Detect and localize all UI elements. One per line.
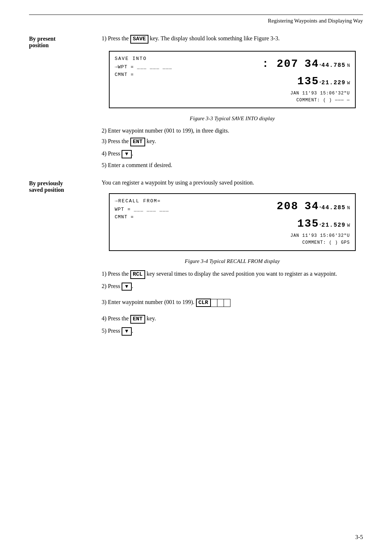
display1-save-label: SAVE INTO	[115, 55, 195, 63]
display-box-2: →RECALL FROM= WPT = ___ ___ ___ CMNT = 2…	[109, 193, 356, 251]
display2-coord2: 135°21.529 W	[195, 215, 350, 232]
display1-left: SAVE INTO →WPT = ___ ___ ___ CMNT =	[115, 55, 195, 104]
display2-wpt-line: WPT = ___ ___ ___	[115, 206, 195, 214]
display1-coord2-dir: W	[347, 80, 350, 87]
display1-coord1-num: 34	[305, 55, 319, 73]
display2-left: →RECALL FROM= WPT = ___ ___ ___ CMNT =	[115, 198, 195, 246]
section1-step2: 2) Enter waypoint number (001 to 199), i…	[102, 127, 363, 134]
display1-coord1-dir: N	[347, 62, 350, 70]
down-arrow-1: ▼	[122, 150, 132, 158]
clr-box-1	[211, 299, 217, 307]
section1-step1-after: key. The display should look something l…	[148, 35, 280, 41]
page-container: Registering Waypoints and Displaying Way…	[0, 0, 392, 368]
section2-step5: 5) Press ▼.	[102, 327, 363, 336]
display1-coord1: : 207 34°44.785 N	[195, 55, 350, 73]
section2-step2: 2) Press ▼.	[102, 283, 363, 291]
display1-right: : 207 34°44.785 N 135°21.229 W JAN 11'93…	[195, 55, 350, 104]
display2-coord2-deg: °	[319, 223, 322, 229]
display2-cmnt-line: CMNT =	[115, 214, 195, 221]
display2-coord2-dir: W	[347, 222, 350, 230]
section2-label-line1: By previously	[29, 180, 102, 187]
section1-step5: 5) Enter a comment if desired.	[102, 162, 363, 169]
display2-coord1-dir: N	[347, 204, 350, 212]
display1-comment: COMMENT: ( ) ——— —	[296, 97, 350, 104]
section-by-previously-saved: By previously saved position You can reg…	[29, 179, 363, 339]
display1-date: JAN 11'93 15:06'32"U	[290, 90, 350, 97]
save-key: SAVE	[130, 35, 148, 44]
display1-top: SAVE INTO →WPT = ___ ___ ___ CMNT = : 20…	[115, 55, 350, 104]
display2-coord1-num: 34	[305, 198, 319, 215]
display2-coord1: 208 34°44.285 N	[195, 198, 350, 215]
display2-coord1-deg: °	[319, 205, 322, 212]
section1-step4: 4) Press ▼.	[102, 150, 363, 158]
display1-coord1-rest: 44.785	[322, 61, 346, 70]
ent-key-1: ENT	[130, 138, 145, 146]
display2-number: 208	[277, 198, 298, 215]
section2-label-line2: saved position	[29, 187, 102, 193]
figure2-caption: Figure 3-4 Typical RECALL FROM display	[102, 258, 363, 264]
display1-coord2-deg: °	[319, 80, 322, 87]
display1-coord1-deg: °	[319, 63, 322, 69]
section1-label-line2: position	[29, 42, 102, 49]
display2-coord2-num: 135	[297, 215, 319, 232]
figure1-caption: Figure 3-3 Typical SAVE INTO display	[102, 116, 363, 122]
display1-cmnt-line: CMNT =	[115, 71, 195, 79]
clr-box-2	[217, 299, 224, 307]
page-header: Registering Waypoints and Displaying Way	[29, 15, 363, 24]
ent-key-2: ENT	[130, 315, 145, 324]
section1-label: By present position	[29, 35, 102, 172]
down-arrow-3: ▼	[122, 327, 132, 336]
section2-step3: 3) Enter waypoint number (001 to 199). C…	[102, 294, 363, 311]
display1-coord2-num: 135	[297, 73, 319, 90]
down-arrow-2: ▼	[122, 283, 132, 291]
section2-step1: 1) Press the RCL key several times to di…	[102, 270, 363, 279]
display1-coord2-rest: 21.229	[322, 78, 346, 88]
display2-recall-label: →RECALL FROM=	[115, 198, 195, 205]
display2-comment: COMMENT: ( ) GPS	[302, 239, 350, 246]
page-number: 3-5	[355, 534, 363, 540]
section1-step1: 1) Press the SAVE key. The display shoul…	[102, 35, 363, 44]
display2-coord2-rest: 21.529	[322, 221, 346, 230]
rcl-key: RCL	[130, 270, 145, 279]
section1-step1-text: 1) Press the	[102, 35, 130, 41]
section-by-present-position: By present position 1) Press the SAVE ke…	[29, 35, 363, 172]
display2-date: JAN 11'93 15:06'32"U	[290, 232, 350, 239]
display1-wpt-line: →WPT = ___ ___ ___	[115, 64, 195, 71]
display2-top: →RECALL FROM= WPT = ___ ___ ___ CMNT = 2…	[115, 198, 350, 246]
section1-step3: 3) Press the ENT key.	[102, 138, 363, 146]
display1-coord2: 135°21.229 W	[195, 73, 350, 90]
clr-key: CLR	[196, 299, 211, 307]
section2-step4: 4) Press the ENT key.	[102, 315, 363, 324]
clr-boxes	[211, 299, 230, 307]
section2-label: By previously saved position	[29, 179, 102, 339]
section1-label-line1: By present	[29, 36, 102, 42]
display2-coord1-rest: 44.285	[322, 203, 346, 213]
header-title: Registering Waypoints and Displaying Way	[268, 18, 363, 24]
display1-coord1-large: : 207	[262, 55, 298, 73]
display-box-1: SAVE INTO →WPT = ___ ___ ___ CMNT = : 20…	[109, 51, 356, 108]
section2-content: You can register a waypoint by using a p…	[102, 179, 363, 339]
clr-box-3	[224, 299, 230, 307]
section2-intro: You can register a waypoint by using a p…	[102, 179, 363, 186]
display2-right: 208 34°44.285 N 135°21.529 W JAN 11'93 1…	[195, 198, 350, 246]
section1-content: 1) Press the SAVE key. The display shoul…	[102, 35, 363, 172]
clr-display: CLR	[196, 299, 230, 307]
